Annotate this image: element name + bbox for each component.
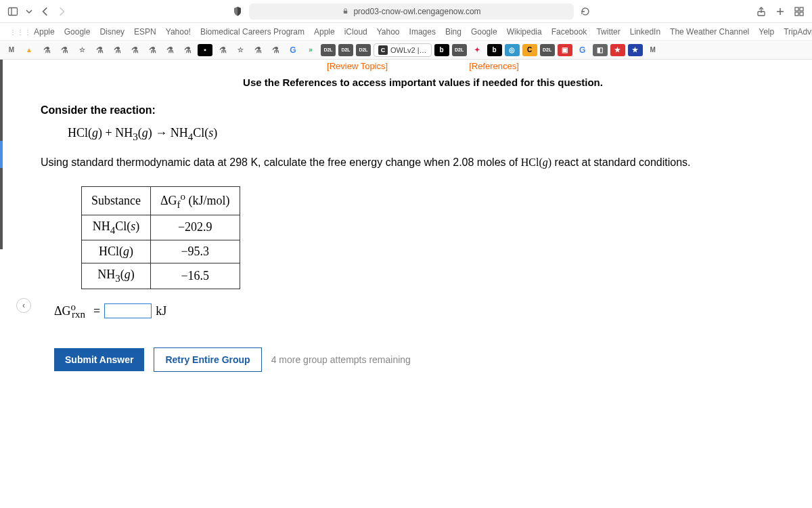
svg-rect-7 bbox=[800, 7, 803, 11]
rail-collapse-toggle[interactable]: ‹ bbox=[16, 298, 31, 313]
d2l-tab-icon[interactable]: D2L bbox=[321, 44, 336, 56]
d2l-tab-icon[interactable]: D2L bbox=[452, 44, 467, 56]
rail-segment[interactable] bbox=[0, 114, 12, 141]
bookmark-item[interactable]: Biomedical Careers Program bbox=[200, 27, 304, 37]
address-bar-wrap: prod03-cnow-owl.cengagenow.com bbox=[74, 3, 748, 20]
rail-segment[interactable] bbox=[0, 60, 12, 87]
bookmark-item[interactable]: Yelp bbox=[759, 27, 774, 37]
tabs-grid-icon[interactable] bbox=[793, 5, 805, 18]
bookmark-item[interactable]: Disney bbox=[99, 27, 125, 37]
chevrons-icon[interactable]: » bbox=[303, 44, 318, 56]
bookmark-item[interactable]: Images bbox=[409, 27, 436, 37]
flask-icon[interactable]: ⚗ bbox=[57, 44, 72, 56]
star-icon[interactable]: ☆ bbox=[233, 44, 248, 56]
question-body: Using standard thermodynamic data at 298… bbox=[41, 155, 805, 170]
cengage-icon: C bbox=[378, 45, 388, 55]
button-row: Submit Answer Retry Entire Group 4 more … bbox=[54, 347, 805, 372]
references-link[interactable]: [References] bbox=[469, 61, 519, 71]
b-tab-icon[interactable]: b bbox=[487, 44, 502, 56]
answer-row: ΔGorxn = kJ bbox=[54, 301, 805, 321]
flask-icon[interactable]: ⚗ bbox=[110, 44, 125, 56]
browser-chrome: prod03-cnow-owl.cengagenow.com bbox=[0, 0, 812, 23]
sparkle-icon[interactable]: ✦ bbox=[470, 44, 484, 56]
bookmarks-bar: ⋮⋮⋮ Apple Google Disney ESPN Yahoo! Biom… bbox=[0, 23, 812, 41]
sidebar-toggle-icon[interactable] bbox=[7, 5, 19, 18]
bookmark-item[interactable]: Apple bbox=[314, 27, 335, 37]
flask-icon[interactable]: ⚗ bbox=[92, 44, 107, 56]
address-bar[interactable]: prod03-cnow-owl.cengagenow.com bbox=[249, 3, 574, 20]
equals-sign: = bbox=[93, 304, 100, 318]
rail-segment-active[interactable] bbox=[0, 141, 12, 168]
grip-icon[interactable]: ⋮⋮⋮ bbox=[9, 28, 32, 36]
back-button[interactable] bbox=[39, 5, 51, 18]
reload-icon[interactable] bbox=[579, 5, 591, 18]
bookmark-item[interactable]: Yahoo bbox=[377, 27, 400, 37]
cell-substance: HCl(g) bbox=[82, 240, 151, 263]
active-tab[interactable]: C OWLv2 |… bbox=[374, 43, 432, 57]
bookmark-item[interactable]: Wikipedia bbox=[507, 27, 542, 37]
rail-segment[interactable] bbox=[0, 87, 12, 114]
chevron-down-icon[interactable] bbox=[23, 5, 35, 18]
url-text: prod03-cnow-owl.cengagenow.com bbox=[353, 7, 480, 16]
flask-icon[interactable]: ⚗ bbox=[268, 44, 283, 56]
bookmark-item[interactable]: Twitter bbox=[596, 27, 620, 37]
flask-icon[interactable]: ⚗ bbox=[250, 44, 265, 56]
svg-rect-6 bbox=[795, 7, 798, 11]
question-lead: Consider the reaction: bbox=[41, 104, 805, 117]
star-badge-icon[interactable]: ★ bbox=[610, 44, 625, 56]
c-tab-icon[interactable]: C bbox=[522, 44, 537, 56]
app-icon[interactable]: ◧ bbox=[593, 44, 608, 56]
gmail-icon[interactable]: M bbox=[4, 44, 19, 56]
google-icon[interactable]: G bbox=[575, 44, 590, 56]
bookmark-item[interactable]: iCloud bbox=[344, 27, 367, 37]
rail-segment[interactable] bbox=[0, 195, 12, 222]
star-icon[interactable]: ☆ bbox=[74, 44, 89, 56]
d2l-tab-icon[interactable]: D2L bbox=[540, 44, 555, 56]
submit-answer-button[interactable]: Submit Answer bbox=[54, 348, 144, 371]
bookmark-item[interactable]: Yahoo! bbox=[166, 27, 191, 37]
retry-group-button[interactable]: Retry Entire Group bbox=[154, 347, 261, 372]
star-badge-icon[interactable]: ★ bbox=[628, 44, 643, 56]
flask-icon[interactable]: ⚗ bbox=[215, 44, 230, 56]
bookmark-item[interactable]: LinkedIn bbox=[630, 27, 660, 37]
bookmark-item[interactable]: Bing bbox=[445, 27, 461, 37]
flask-icon[interactable]: ⚗ bbox=[39, 44, 54, 56]
answer-unit: kJ bbox=[156, 304, 166, 318]
flask-icon[interactable]: ⚗ bbox=[162, 44, 177, 56]
forward-button bbox=[55, 5, 68, 18]
bookmark-item[interactable]: Apple bbox=[34, 27, 55, 37]
google-icon[interactable]: G bbox=[286, 44, 300, 56]
app-icon[interactable]: ◎ bbox=[505, 44, 520, 56]
gmail-icon[interactable]: M bbox=[646, 44, 660, 56]
bookmark-item[interactable]: TripAdvisor bbox=[784, 27, 812, 37]
app-icon[interactable]: ▣ bbox=[558, 44, 572, 56]
share-icon[interactable] bbox=[755, 5, 767, 18]
bookmark-item[interactable]: Facebook bbox=[551, 27, 587, 37]
bookmark-item[interactable]: The Weather Channel bbox=[670, 27, 749, 37]
plus-icon[interactable] bbox=[774, 5, 786, 18]
question-content: [Review Topics] [References] Use the Ref… bbox=[41, 60, 805, 372]
flask-icon[interactable]: ⚗ bbox=[127, 44, 142, 56]
bookmark-item[interactable]: Google bbox=[64, 27, 91, 37]
rail-segment[interactable] bbox=[0, 222, 12, 249]
cloud-icon[interactable]: ▲ bbox=[22, 44, 37, 56]
gf-unit: (kJ/mol) bbox=[189, 194, 230, 207]
answer-input[interactable] bbox=[104, 303, 152, 318]
bookmark-item[interactable]: ESPN bbox=[134, 27, 156, 37]
svg-rect-8 bbox=[795, 12, 798, 16]
dg-prefix: ΔG bbox=[54, 304, 71, 318]
body-text-after: react at standard conditions. bbox=[555, 156, 691, 168]
flask-icon[interactable]: ⚗ bbox=[145, 44, 160, 56]
flask-icon[interactable]: ⚗ bbox=[180, 44, 195, 56]
d2l-tab-icon[interactable]: D2L bbox=[338, 44, 353, 56]
shield-icon[interactable] bbox=[231, 5, 244, 18]
b-tab-icon[interactable]: b bbox=[434, 44, 449, 56]
square-icon[interactable]: ▪ bbox=[198, 44, 212, 56]
rail-segment[interactable] bbox=[0, 168, 12, 195]
review-topics-link[interactable]: [Review Topics] bbox=[327, 61, 388, 71]
bookmark-item[interactable]: Google bbox=[471, 27, 497, 37]
col-gf: ΔGfo (kJ/mol) bbox=[150, 186, 240, 215]
cell-value: −16.5 bbox=[150, 263, 240, 289]
lock-icon bbox=[342, 7, 349, 15]
d2l-tab-icon[interactable]: D2L bbox=[356, 44, 371, 56]
